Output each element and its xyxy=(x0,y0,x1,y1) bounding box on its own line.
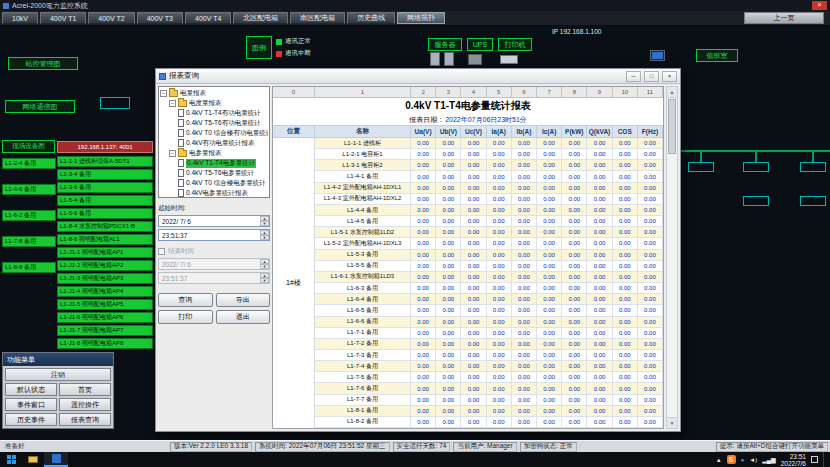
tree-item[interactable]: 0.4kV T1-T4有功电量统计 xyxy=(160,108,268,118)
device-status-item[interactable]: L1-J1-4 照明配电箱AP4 xyxy=(57,286,153,297)
page-tab[interactable]: 400V T4 xyxy=(185,12,231,24)
nav-station-control-diagram[interactable]: 站控管理图 xyxy=(8,57,78,70)
device-status-item[interactable]: L1-J1-5 照明配电箱AP5 xyxy=(57,299,153,310)
network-icon[interactable]: ▂▄▆ xyxy=(762,456,775,463)
device-status-item[interactable]: L1-J1-8 照明配电箱AP8 xyxy=(57,338,153,349)
value-cell: 0.00 xyxy=(638,149,663,159)
vertical-scrollbar[interactable]: ▲ ▼ xyxy=(666,86,678,429)
prev-page-button[interactable]: 上一页 xyxy=(744,12,824,24)
page-tab[interactable]: 10kV xyxy=(2,12,38,24)
spinner-down-icon[interactable]: ▼ xyxy=(260,235,269,240)
spinner-down-icon[interactable]: ▼ xyxy=(260,221,269,226)
table-row: L1-8-2 备用 0.000.000.000.000.000.000.000.… xyxy=(315,417,663,428)
spare-device-item[interactable]: L1-2-4 备用 xyxy=(2,158,56,169)
tree-item[interactable]: 0.4kV T0 综合楼有功电量统计 xyxy=(160,128,268,138)
page-tab[interactable]: 南区配电箱 xyxy=(290,12,345,24)
tray-caret-icon[interactable]: ▲ xyxy=(716,457,722,463)
scrollbar-thumb[interactable] xyxy=(668,99,676,154)
value-cell: 0.00 xyxy=(537,372,562,382)
page-tab[interactable]: 400V T3 xyxy=(137,12,183,24)
tree-item[interactable]: 0.4kV电参量统计报表 xyxy=(160,188,268,198)
device-status-item[interactable]: L1-8-4 水泵控制箱PDCX1-B xyxy=(57,221,153,232)
value-cell: 0.00 xyxy=(512,183,537,193)
device-status-item[interactable]: L1-J1-7 照明配电箱AP7 xyxy=(57,325,153,336)
device-status-item[interactable]: L1-J1-1 照明配电箱AP1 xyxy=(57,247,153,258)
nav-field-device-diagram[interactable]: 现场设备图 xyxy=(2,140,55,153)
page-tab[interactable]: 400V T2 xyxy=(88,12,134,24)
value-cell: 0.00 xyxy=(562,317,587,327)
device-status-item[interactable]: L1-J1-3 照明配电箱AP3 xyxy=(57,273,153,284)
dialog-close-button[interactable]: × xyxy=(662,71,677,82)
file-explorer-icon[interactable] xyxy=(22,452,44,467)
page-tab[interactable]: 历史曲线 xyxy=(347,12,395,24)
dialog-maximize-button[interactable]: □ xyxy=(644,71,659,82)
tree-collapse-icon[interactable]: − xyxy=(160,90,167,97)
action-center-icon[interactable] xyxy=(811,456,818,463)
network-node xyxy=(688,162,714,172)
device-status-item[interactable]: L1-8-6 照明配电箱AL1 xyxy=(57,234,153,245)
dialog-action-button[interactable]: 打印 xyxy=(158,310,213,324)
dialog-action-button[interactable]: 导出 xyxy=(216,293,271,307)
spare-device-item[interactable]: L1-6-2 备用 xyxy=(2,210,56,221)
function-menu-button[interactable]: 历史事件 xyxy=(5,413,57,426)
tree-group-energy[interactable]: − 电度量报表 xyxy=(160,98,268,108)
tree-item[interactable]: 0.4kV T1-T4电参量统计 xyxy=(160,158,268,168)
function-menu-button[interactable]: 报表查询 xyxy=(59,413,111,426)
start-button[interactable] xyxy=(0,452,22,467)
tree-item[interactable]: 0.4kV有功电量统计报表 xyxy=(160,138,268,148)
spare-device-item[interactable]: L1-8-8 备用 xyxy=(2,262,56,273)
page-tab[interactable]: 网络拓扑 xyxy=(397,12,445,24)
device-status-item[interactable]: L1-J1-6 照明配电箱AP6 xyxy=(57,312,153,323)
end-time-checkbox[interactable] xyxy=(158,248,165,255)
device-status-item[interactable]: L1-3-6 备用 xyxy=(57,182,153,193)
tree-item[interactable]: 0.4kV T5-T6有功电量统计 xyxy=(160,118,268,128)
row-value-cells: 0.000.000.000.000.000.000.000.000.000.00 xyxy=(411,305,663,315)
tree-item[interactable]: 0.4kV T5-T6电参量统计 xyxy=(160,168,268,178)
value-cell: 0.00 xyxy=(461,328,486,338)
logout-button[interactable]: 注销 xyxy=(5,368,111,381)
value-cell: 0.00 xyxy=(461,406,486,416)
start-date-field[interactable]: 2022/ 7/ 6 ▲▼ xyxy=(158,215,270,227)
dialog-titlebar[interactable]: 报表查询 ─ □ × xyxy=(156,69,680,84)
nav-network-comm-diagram[interactable]: 网络通信图 xyxy=(5,100,75,113)
tree-collapse-icon[interactable]: − xyxy=(169,150,176,157)
value-cell: 0.00 xyxy=(411,238,436,248)
tree-root[interactable]: − 电量报表 xyxy=(160,88,268,98)
value-cell: 0.00 xyxy=(487,160,512,170)
function-menu-button[interactable]: 事件窗口 xyxy=(5,398,57,411)
value-cell: 0.00 xyxy=(613,339,638,349)
date-spinner-disabled: ▲▼ xyxy=(260,259,269,269)
dialog-action-button[interactable]: 退出 xyxy=(216,310,271,324)
tree-collapse-icon[interactable]: − xyxy=(169,100,176,107)
page-tab[interactable]: 400V T1 xyxy=(40,12,86,24)
tree-group-parameter[interactable]: − 电参量报表 xyxy=(160,148,268,158)
spare-device-item[interactable]: L1-7-8 备用 xyxy=(2,236,56,247)
active-app-icon[interactable] xyxy=(44,452,68,467)
spare-device-item[interactable]: L1-4-6 备用 xyxy=(2,184,56,195)
dialog-action-button[interactable]: 查询 xyxy=(158,293,213,307)
tray-app-icon[interactable]: ● xyxy=(741,457,745,463)
tree-item[interactable]: 0.4kV T0 综合楼电参量统计 xyxy=(160,178,268,188)
time-spinner[interactable]: ▲▼ xyxy=(260,230,269,240)
function-menu-button[interactable]: 遥控操作 xyxy=(59,398,111,411)
taskbar-clock[interactable]: 23:51 2022/7/6 xyxy=(781,453,806,467)
function-menu-button[interactable]: 默认状态 xyxy=(5,383,57,396)
sogou-input-icon[interactable]: S xyxy=(727,455,736,464)
row-name-cell: L1-4-3 室外配电箱AH-1DXL2 xyxy=(315,194,411,204)
device-status-item[interactable]: L1-J1-2 照明配电箱AP2 xyxy=(57,260,153,271)
function-menu-button[interactable]: 首页 xyxy=(59,383,111,396)
device-status-item[interactable]: L1-3-4 备用 xyxy=(57,169,153,180)
date-spinner[interactable]: ▲▼ xyxy=(260,216,269,226)
volume-icon[interactable]: ◄) xyxy=(749,457,757,463)
scroll-down-icon[interactable]: ▼ xyxy=(667,417,677,428)
page-tab[interactable]: 北区配电箱 xyxy=(233,12,288,24)
start-time-field[interactable]: 23:51:37 ▲▼ xyxy=(158,229,270,241)
device-status-item[interactable]: L1-5-4 备用 xyxy=(57,195,153,206)
device-status-item[interactable]: L1-1-1 进线柜综保A-5DT1 xyxy=(57,156,153,167)
dialog-minimize-button[interactable]: ─ xyxy=(626,71,641,82)
device-status-item[interactable]: L1-5-6 备用 xyxy=(57,208,153,219)
show-desktop-strip[interactable] xyxy=(823,452,827,467)
bus-drop-line xyxy=(755,150,757,162)
scroll-up-icon[interactable]: ▲ xyxy=(667,87,677,98)
window-close-button[interactable]: × xyxy=(812,1,827,10)
